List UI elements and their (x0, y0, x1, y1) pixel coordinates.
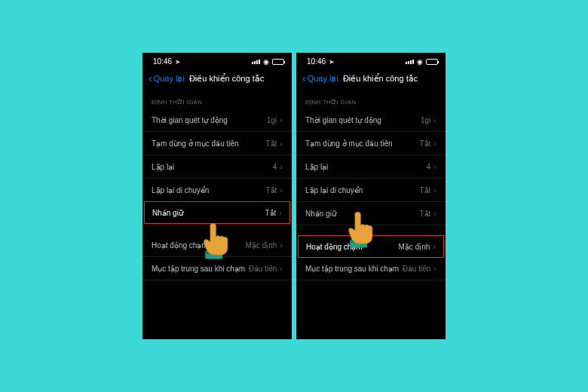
location-icon: ➤ (175, 58, 181, 66)
row-label: Hoạt động chạm (306, 243, 363, 251)
row-label: Tạm dừng ở mục đầu tiên (305, 139, 393, 148)
nav-bar: ‹ Quay lại Điều khiển công tắc (142, 69, 292, 91)
row-tap-behavior[interactable]: Hoạt động chạm Mặc định› (298, 235, 444, 258)
back-label: Quay lại (154, 74, 185, 84)
chevron-right-icon: › (280, 264, 283, 273)
battery-icon (272, 59, 284, 65)
row-value: Mặc định (399, 243, 430, 251)
section-header-timing: ĐỊNH THỜI GIAN (142, 91, 292, 109)
battery-icon (426, 59, 438, 65)
phone-right: 10:46 ➤ ◉ ‹ Quay lại Điều khiển công tắc… (296, 53, 446, 339)
status-time: 10:46 (153, 57, 172, 66)
chevron-right-icon: › (433, 209, 436, 218)
page-title: Điều khiển công tắc (189, 74, 264, 84)
row-value: Đầu tiên (249, 265, 277, 273)
row-repeat-move[interactable]: Lặp lại di chuyển Tắt› (142, 179, 292, 202)
row-label: Lặp lại (152, 163, 174, 171)
row-focus-after-tap[interactable]: Mục tập trung sau khi chạm Đầu tiên› (142, 257, 292, 280)
row-repeat[interactable]: Lặp lại 4› (296, 155, 446, 179)
row-label: Mục tập trung sau khi chạm (152, 265, 245, 273)
row-value: Tắt (265, 139, 277, 148)
chevron-right-icon: › (433, 185, 436, 194)
chevron-right-icon: › (433, 115, 436, 124)
row-value: 4 (273, 163, 277, 171)
row-repeat-move[interactable]: Lặp lại di chuyển Tắt› (296, 179, 446, 202)
chevron-right-icon: › (280, 240, 283, 250)
row-repeat[interactable]: Lặp lại 4› (142, 155, 292, 179)
chevron-right-icon: › (279, 208, 282, 217)
chevron-right-icon: › (280, 139, 283, 148)
section-header-timing: ĐỊNH THỜI GIAN (296, 91, 446, 109)
row-value: 1gi (421, 116, 430, 124)
chevron-right-icon: › (433, 162, 436, 171)
row-value: Mặc định (246, 241, 277, 250)
nav-bar: ‹ Quay lại Điều khiển công tắc (296, 69, 446, 91)
wifi-icon: ◉ (263, 58, 269, 66)
chevron-left-icon: ‹ (149, 73, 152, 84)
back-button[interactable]: ‹ Quay lại (149, 73, 185, 84)
row-label: Nhấn giữ (152, 209, 183, 217)
chevron-right-icon: › (433, 242, 436, 251)
row-auto-scan[interactable]: Thời gian quét tự động 1gi› (142, 109, 292, 132)
status-time: 10:46 (307, 57, 326, 66)
chevron-right-icon: › (433, 264, 436, 273)
row-label: Tạm dừng ở mục đầu tiên (152, 139, 239, 148)
row-tap-behavior[interactable]: Hoạt động chạm Mặc định› (142, 234, 292, 257)
wifi-icon: ◉ (417, 58, 423, 66)
row-value: Tắt (419, 186, 430, 194)
row-value: Tắt (419, 139, 430, 148)
row-label: Thời gian quét tự động (305, 116, 381, 124)
row-press-hold[interactable]: Nhấn giữ Tắt› (296, 202, 446, 225)
chevron-right-icon: › (280, 115, 283, 124)
row-value: 4 (427, 163, 431, 171)
status-bar: 10:46 ➤ ◉ (142, 53, 292, 69)
row-value: Tắt (265, 186, 277, 194)
row-label: Nhấn giữ (305, 210, 336, 218)
back-label: Quay lại (308, 74, 338, 84)
location-icon: ➤ (329, 58, 335, 66)
row-pause-first[interactable]: Tạm dừng ở mục đầu tiên Tắt› (296, 132, 446, 155)
row-label: Thời gian quét tự động (152, 116, 228, 124)
chevron-right-icon: › (280, 185, 283, 194)
row-value: Tắt (419, 210, 430, 218)
status-bar: 10:46 ➤ ◉ (296, 53, 446, 69)
comparison-stage: 10:46 ➤ ◉ ‹ Quay lại Điều khiển công tắc… (142, 53, 446, 339)
phone-left: 10:46 ➤ ◉ ‹ Quay lại Điều khiển công tắc… (142, 53, 292, 339)
cellular-icon (252, 60, 260, 64)
row-label: Lặp lại (305, 163, 328, 171)
row-auto-scan[interactable]: Thời gian quét tự động 1gi› (296, 109, 446, 132)
row-value: Tắt (265, 209, 276, 217)
row-label: Mục tập trung sau khi chạm (305, 265, 399, 273)
row-label: Lặp lại di chuyển (305, 186, 363, 194)
row-value: Đầu tiên (403, 265, 431, 273)
chevron-right-icon: › (280, 162, 283, 171)
back-button[interactable]: ‹ Quay lại (302, 73, 338, 84)
chevron-right-icon: › (433, 139, 436, 148)
cellular-icon (406, 60, 414, 64)
row-value: 1gi (267, 116, 277, 124)
row-pause-first[interactable]: Tạm dừng ở mục đầu tiên Tắt› (142, 132, 292, 155)
row-focus-after-tap[interactable]: Mục tập trung sau khi chạm Đầu tiên› (296, 257, 446, 280)
chevron-left-icon: ‹ (302, 73, 306, 84)
page-title: Điều khiển công tắc (343, 74, 418, 84)
row-label: Lặp lại di chuyển (152, 186, 209, 194)
row-press-hold[interactable]: Nhấn giữ Tắt› (144, 201, 290, 224)
row-label: Hoạt động chạm (152, 241, 208, 250)
